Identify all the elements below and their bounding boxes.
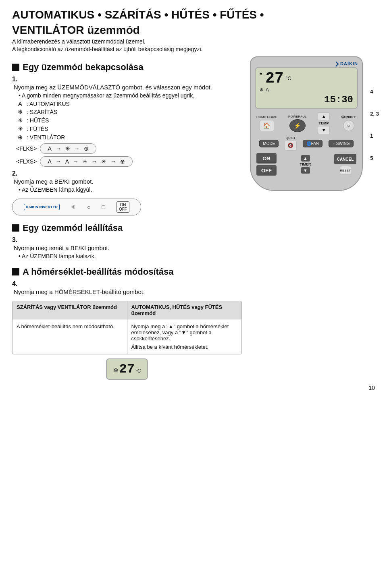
indicator-icon2: ○ xyxy=(87,204,90,210)
timer-down-button[interactable]: ▼ xyxy=(301,167,310,174)
reset-button[interactable]: RESET xyxy=(340,166,351,175)
temp-down-button[interactable]: ▼ xyxy=(318,126,330,134)
daikin-chevron-icon xyxy=(333,61,339,67)
onoff-group: ⏻ON/OFF ○ xyxy=(341,115,356,131)
temp-group: ▲ TEMP ▼ xyxy=(318,112,330,134)
step4-text: Nyomja meg a HŐMÉRSÉKLET-beállító gombot… xyxy=(14,288,242,295)
flxs-label: <FLXS> xyxy=(16,158,37,165)
flks-icon-vent: ⊕ xyxy=(84,145,89,152)
hutes-icon: ✳ xyxy=(16,117,24,124)
table-col1-header: SZÁRÍTÁS vagy VENTILÁTOR üzemmód xyxy=(12,301,127,319)
off-button[interactable]: OFF xyxy=(256,165,277,176)
flxs-icon-sun: ☀ xyxy=(101,158,106,165)
onoff-button[interactable]: ○ xyxy=(343,120,354,131)
swing-button[interactable]: ↔SWING xyxy=(329,140,354,147)
table-col2-header: AUTOMATIKUS, HŰTÉS vagy FŰTÉS üzemmód xyxy=(127,301,242,319)
on-button[interactable]: ON xyxy=(256,153,277,164)
final-temp-box: ❄ 27 °C xyxy=(106,358,148,380)
temp-up-button[interactable]: ▲ xyxy=(318,112,330,120)
indicator-panel: DAIKIN INVERTER ✳ ○ □ ON OFF xyxy=(12,199,141,215)
cancel-reset-col: CANCEL RESET xyxy=(334,154,356,175)
table-body: A hőmérséklet-beállítás nem módosítható.… xyxy=(12,319,241,354)
mode-button[interactable]: MODE xyxy=(259,140,279,147)
step2-text: Nyomja meg a BE/KI gombot. xyxy=(14,178,242,185)
final-temp-display: ❄ 27 °C xyxy=(12,358,242,380)
cancel-button[interactable]: CANCEL xyxy=(334,154,356,164)
screen-temp-area: 27 °C xyxy=(265,71,291,86)
flxs-arrow-box: A → A → ✳ → ☀ → ⊕ xyxy=(40,156,133,167)
flxs-icon-a2: A xyxy=(65,158,69,165)
step3-num: 3. xyxy=(12,236,242,244)
page-title-line2: VENTILÁTOR üzemmód xyxy=(12,23,375,37)
callout-23: 2, 3 xyxy=(370,111,379,117)
quiet-button[interactable]: 🔇 xyxy=(285,140,297,151)
callout-4: 4 xyxy=(370,89,379,95)
table-header: SZÁRÍTÁS vagy VENTILÁTOR üzemmód AUTOMAT… xyxy=(12,301,241,319)
remote-brand-area: DAIKIN xyxy=(255,61,358,67)
section2-heading-container: Egy üzemmód leállítása xyxy=(12,223,242,233)
quiet-group: QUIET 🔇 xyxy=(285,136,297,151)
home-leave-group: HOME LEAVE 🏠 xyxy=(256,116,277,131)
indicator-icon3: □ xyxy=(102,204,105,210)
mode-fan-swing-row: MODE QUIET 🔇 🌀FAN ↔SWING xyxy=(255,136,358,151)
fan-button[interactable]: 🌀FAN xyxy=(303,140,322,147)
screen-temp-row: * 27 °C xyxy=(260,71,353,86)
home-leave-button[interactable]: 🏠 xyxy=(260,120,274,131)
flks-label: <FLKS> xyxy=(16,145,37,152)
section2-heading: Egy üzemmód leállítása xyxy=(23,223,123,233)
flks-icon-snow: ✳ xyxy=(65,145,70,152)
section3-heading-container: A hőmérséklet-beállítás módosítása xyxy=(12,267,242,277)
remote-top-buttons-row: HOME LEAVE 🏠 POWERFUL ⚡ ▲ TEMP ▼ ⏻ON/OFF xyxy=(255,112,358,134)
temp-label: TEMP xyxy=(319,121,329,125)
section1-heading: Egy üzemmód bekapcsolása xyxy=(23,62,144,72)
step2-bullet: Az ÜZEMBEN lámpa kigyúl. xyxy=(19,186,242,193)
powerful-label: POWERFUL xyxy=(288,115,306,118)
step4-num: 4. xyxy=(12,280,242,288)
auto-icon: A xyxy=(16,100,24,107)
mode-futes: ☀ : FŰTÉS xyxy=(16,125,242,133)
mode-hutes: ✳ : HŰTÉS xyxy=(16,117,242,124)
indicator-icon1: ✳ xyxy=(71,204,76,210)
flks-icon-a: A xyxy=(48,145,51,152)
section3-heading: A hőmérséklet-beállítás módosítása xyxy=(23,267,174,277)
step3-bullet: Az ÜZEMBEN lámpa kialszik. xyxy=(19,253,242,259)
remote-screen: * 27 °C ❄ A 15:30 xyxy=(255,67,358,109)
remote-brand-text: DAIKIN xyxy=(340,61,358,66)
timer-up-button[interactable]: ▲ xyxy=(301,155,310,161)
powerful-group: POWERFUL ⚡ xyxy=(288,115,306,132)
screen-icons-row: ❄ A xyxy=(260,87,353,93)
intro-line2: A légkondicionáló az üzemmód-beállítást … xyxy=(12,46,375,52)
indicator-brand: DAIKIN INVERTER xyxy=(24,204,60,210)
screen-temp-value: 27 xyxy=(265,70,284,87)
mode-auto: A : AUTOMATIKUS xyxy=(16,100,242,107)
remote-control: DAIKIN * 27 °C ❄ A 15:30 xyxy=(250,56,363,191)
table-col1-body: A hőmérséklet-beállítás nem módosítható. xyxy=(12,319,127,354)
screen-star-icon: * xyxy=(260,72,262,79)
page-number: 10 xyxy=(12,385,375,391)
reset-group: RESET xyxy=(340,166,351,175)
step2-num: 2. xyxy=(12,170,242,177)
screen-temp-unit: °C xyxy=(285,75,291,81)
remote-control-area: DAIKIN * 27 °C ❄ A 15:30 xyxy=(250,56,375,380)
final-temp-unit: °C xyxy=(135,368,141,374)
ventilator-icon: ⊕ xyxy=(16,134,24,141)
callout-1: 1 xyxy=(370,133,379,139)
screen-time: 15:30 xyxy=(260,94,353,105)
table-col2-line1: Nyomja meg a "▲" gombot a hőmérséklet em… xyxy=(131,323,238,342)
powerful-button[interactable]: ⚡ xyxy=(289,119,306,132)
callout-labels: 4 2, 3 1 5 xyxy=(370,89,379,161)
step1-text: Nyomja meg az ÜZEMMÓDVÁLASZTÓ gombot, és… xyxy=(14,84,242,91)
flks-row: <FLKS> A → ✳ → ⊕ xyxy=(16,143,242,154)
timer-group: ▲ TIMER ▼ xyxy=(300,155,311,174)
flks-arrow2: → xyxy=(74,145,80,152)
intro-line1: A klímaberendezés a választott üzemmódda… xyxy=(12,38,375,45)
home-leave-label: HOME LEAVE xyxy=(256,116,277,119)
flxs-icon-vent: ⊕ xyxy=(120,158,125,165)
flks-arrow-box: A → ✳ → ⊕ xyxy=(40,143,96,154)
page-title-line1: AUTOMATIKUS • SZÁRÍTÁS • HŰTÉS • FŰTÉS • xyxy=(12,8,375,22)
mode-table: SZÁRÍTÁS vagy VENTILÁTOR üzemmód AUTOMAT… xyxy=(12,301,242,354)
mode-ventilator: ⊕ : VENTILÁTOR xyxy=(16,134,242,141)
mode-szaritas: ❄ : SZÁRÍTÁS xyxy=(16,108,242,116)
callout-5: 5 xyxy=(370,155,379,161)
quiet-label: QUIET xyxy=(286,136,295,140)
